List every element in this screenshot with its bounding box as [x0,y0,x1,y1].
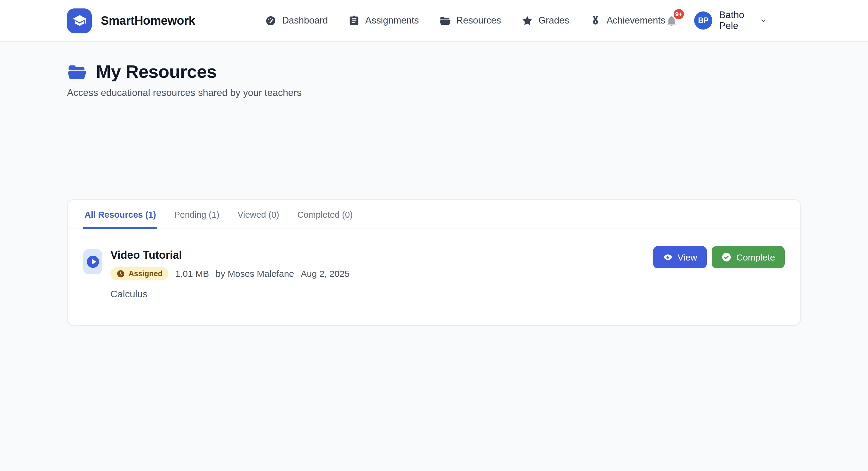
gauge-icon [265,15,277,26]
folder-open-icon [439,15,451,26]
main-nav: Dashboard Assignments Resources [265,15,665,26]
header-right: 9+ BP Batho Pele [665,10,767,31]
clipboard-icon [348,15,360,26]
tab-completed[interactable]: Completed (0) [296,200,354,229]
avatar: BP [694,11,712,30]
check-circle-icon [721,252,732,262]
brand[interactable]: SmartHomework [67,8,195,33]
nav-label: Grades [538,15,569,26]
folder-open-icon [67,62,87,82]
nav-item-resources[interactable]: Resources [439,15,501,26]
nav-label: Resources [456,15,501,26]
tab-all-resources[interactable]: All Resources (1) [83,200,157,229]
status-label: Assigned [129,269,163,278]
page-subtitle: Access educational resources shared by y… [67,88,801,98]
nav-item-assignments[interactable]: Assignments [348,15,418,26]
tab-pending[interactable]: Pending (1) [173,200,221,229]
nav-label: Dashboard [282,15,328,26]
play-circle-icon [86,255,99,268]
top-navbar: SmartHomework Dashboard [0,0,868,42]
user-menu[interactable]: BP Batho Pele [694,10,767,31]
notifications-button[interactable]: 9+ [665,13,678,28]
resource-title: Video Tutorial [111,249,349,262]
nav-label: Assignments [365,15,418,26]
brand-logo [67,8,92,33]
nav-item-dashboard[interactable]: Dashboard [265,15,328,26]
resource-details: Video Tutorial Assigned 1.01 MB by Moses… [111,249,349,299]
resource-thumbnail [83,249,102,274]
user-name: Batho Pele [719,10,756,31]
nav-item-grades[interactable]: Grades [522,15,569,26]
clock-icon [117,269,125,278]
resource-subject: Calculus [111,289,349,299]
notification-badge: 9+ [674,9,684,19]
resource-row: Video Tutorial Assigned 1.01 MB by Moses… [68,229,800,325]
nav-item-achievements[interactable]: Achievements [590,15,665,26]
resources-card: All Resources (1) Pending (1) Viewed (0)… [67,199,801,325]
main-content: My Resources Access educational resource… [67,42,801,325]
page-header: My Resources [67,42,801,82]
brand-name: SmartHomework [101,13,195,28]
chevron-down-icon [760,16,767,25]
status-badge: Assigned [111,267,169,280]
eye-icon [662,252,673,262]
medal-icon [590,15,601,26]
app-window: SmartHomework Dashboard [0,0,868,471]
resource-actions: View Complete [653,246,785,268]
view-button-label: View [678,252,697,262]
complete-button[interactable]: Complete [712,246,785,268]
complete-button-label: Complete [736,252,775,262]
resource-author: by Moses Malefane [216,268,294,279]
file-size: 1.01 MB [175,268,209,279]
tab-bar: All Resources (1) Pending (1) Viewed (0)… [68,200,800,229]
graduation-cap-icon [72,13,87,28]
resource-date: Aug 2, 2025 [301,268,349,279]
nav-label: Achievements [607,15,665,26]
view-button[interactable]: View [653,246,707,268]
tab-viewed[interactable]: Viewed (0) [236,200,280,229]
page-title: My Resources [96,62,217,82]
star-icon [522,15,533,26]
resource-meta: Assigned 1.01 MB by Moses Malefane Aug 2… [111,267,349,280]
